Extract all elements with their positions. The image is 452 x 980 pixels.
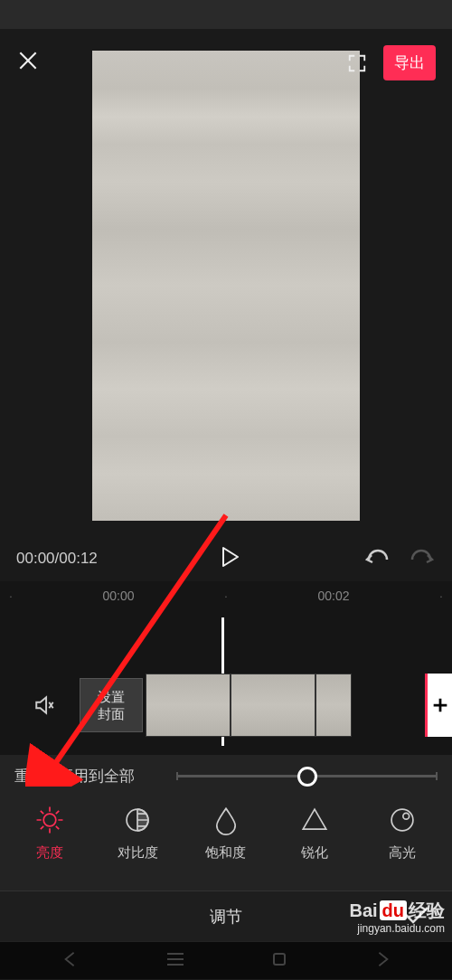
time-label: 00:00/00:12 bbox=[16, 550, 98, 568]
clip-track[interactable] bbox=[146, 674, 352, 737]
clip-thumbnail[interactable] bbox=[231, 674, 315, 737]
adjust-slider[interactable] bbox=[176, 775, 438, 777]
adjust-option-highlight[interactable]: 高光 bbox=[366, 805, 438, 862]
export-button[interactable]: 导出 bbox=[383, 45, 436, 80]
brightness-icon bbox=[34, 805, 65, 835]
video-preview-area bbox=[0, 34, 452, 536]
contrast-icon bbox=[122, 805, 153, 835]
set-cover-button[interactable]: 设置封面 bbox=[80, 678, 143, 732]
redo-button[interactable] bbox=[410, 547, 436, 570]
svg-rect-4 bbox=[274, 954, 285, 965]
undo-icon bbox=[363, 547, 389, 567]
reset-button[interactable]: 重置 bbox=[14, 766, 45, 787]
highlight-icon bbox=[387, 805, 418, 835]
nav-back-icon bbox=[62, 951, 79, 967]
top-bar: 导出 bbox=[0, 34, 452, 91]
nav-home-icon bbox=[272, 952, 287, 966]
svg-point-3 bbox=[403, 813, 410, 819]
nav-recent[interactable] bbox=[166, 952, 184, 970]
apply-all-button[interactable]: 应用到全部 bbox=[58, 766, 135, 787]
svg-point-0 bbox=[43, 814, 56, 826]
add-clip-button[interactable] bbox=[425, 674, 452, 737]
timeline-ruler: · 00:00 · 00:02 · bbox=[0, 589, 452, 603]
adjust-option-label: 亮度 bbox=[36, 844, 63, 862]
timeline[interactable]: · 00:00 · 00:02 · 设置封面 bbox=[0, 581, 452, 755]
close-icon bbox=[16, 49, 40, 72]
redo-icon bbox=[410, 547, 436, 567]
set-cover-label: 设置封面 bbox=[93, 688, 129, 723]
play-button[interactable] bbox=[221, 546, 240, 571]
nav-back[interactable] bbox=[62, 951, 79, 971]
fullscreen-button[interactable] bbox=[347, 53, 367, 73]
timeline-tick: 00:00 bbox=[91, 589, 146, 603]
fullscreen-icon bbox=[347, 53, 367, 73]
undo-button[interactable] bbox=[363, 547, 389, 570]
timeline-tick: 00:02 bbox=[306, 589, 361, 603]
adjust-panel: 重置 应用到全部 亮度 对比度 bbox=[0, 755, 452, 890]
status-bar bbox=[0, 0, 452, 29]
adjust-option-label: 高光 bbox=[389, 844, 416, 862]
watermark: Baidu经验 jingyan.baidu.com bbox=[349, 899, 445, 937]
system-nav-bar bbox=[0, 941, 452, 979]
adjust-option-sharpen[interactable]: 锐化 bbox=[278, 805, 351, 862]
plus-icon bbox=[430, 695, 450, 715]
mute-button[interactable] bbox=[18, 693, 72, 717]
droplet-icon bbox=[211, 805, 241, 835]
nav-home[interactable] bbox=[272, 952, 287, 970]
slider-thumb[interactable] bbox=[297, 767, 317, 787]
close-button[interactable] bbox=[16, 48, 40, 79]
adjust-option-label: 锐化 bbox=[301, 844, 328, 862]
adjust-option-saturation[interactable]: 饱和度 bbox=[190, 805, 262, 862]
nav-menu[interactable] bbox=[374, 951, 391, 971]
play-bar: 00:00/00:12 bbox=[0, 536, 452, 581]
adjust-option-brightness[interactable]: 亮度 bbox=[14, 805, 86, 862]
clip-thumbnail[interactable] bbox=[146, 674, 231, 737]
video-preview[interactable] bbox=[92, 51, 360, 521]
nav-menu-icon bbox=[374, 951, 391, 967]
triangle-icon bbox=[299, 805, 330, 835]
nav-recent-icon bbox=[166, 952, 184, 966]
adjust-option-label: 饱和度 bbox=[205, 844, 246, 862]
speaker-icon bbox=[33, 693, 57, 717]
adjust-option-label: 对比度 bbox=[118, 844, 158, 862]
clip-thumbnail[interactable] bbox=[315, 674, 352, 737]
svg-point-2 bbox=[391, 809, 413, 831]
panel-title: 调节 bbox=[210, 906, 242, 928]
adjust-option-contrast[interactable]: 对比度 bbox=[101, 805, 174, 862]
play-icon bbox=[221, 546, 240, 568]
